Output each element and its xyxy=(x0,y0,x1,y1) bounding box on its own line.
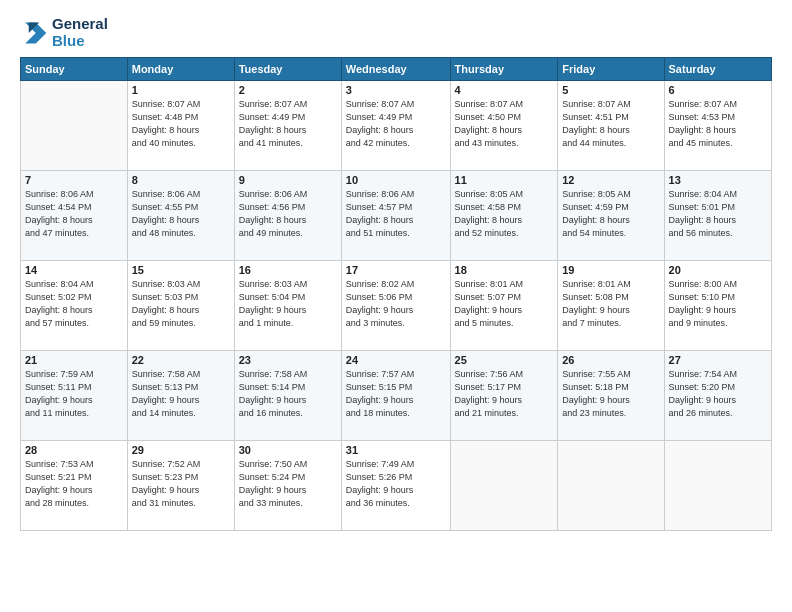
day-info: Sunrise: 8:06 AM Sunset: 4:56 PM Dayligh… xyxy=(239,188,337,240)
day-info: Sunrise: 7:57 AM Sunset: 5:15 PM Dayligh… xyxy=(346,368,446,420)
calendar-header-row: SundayMondayTuesdayWednesdayThursdayFrid… xyxy=(21,58,772,81)
day-number: 14 xyxy=(25,264,123,276)
calendar-day-cell xyxy=(664,441,771,531)
calendar-day-cell: 31Sunrise: 7:49 AM Sunset: 5:26 PM Dayli… xyxy=(341,441,450,531)
calendar-day-cell: 23Sunrise: 7:58 AM Sunset: 5:14 PM Dayli… xyxy=(234,351,341,441)
calendar-day-cell: 4Sunrise: 8:07 AM Sunset: 4:50 PM Daylig… xyxy=(450,81,558,171)
day-info: Sunrise: 8:01 AM Sunset: 5:07 PM Dayligh… xyxy=(455,278,554,330)
day-info: Sunrise: 7:49 AM Sunset: 5:26 PM Dayligh… xyxy=(346,458,446,510)
day-number: 29 xyxy=(132,444,230,456)
day-number: 27 xyxy=(669,354,767,366)
day-info: Sunrise: 8:04 AM Sunset: 5:02 PM Dayligh… xyxy=(25,278,123,330)
day-number: 31 xyxy=(346,444,446,456)
calendar-day-cell: 14Sunrise: 8:04 AM Sunset: 5:02 PM Dayli… xyxy=(21,261,128,351)
day-info: Sunrise: 8:01 AM Sunset: 5:08 PM Dayligh… xyxy=(562,278,659,330)
calendar-day-cell: 26Sunrise: 7:55 AM Sunset: 5:18 PM Dayli… xyxy=(558,351,664,441)
day-info: Sunrise: 8:07 AM Sunset: 4:49 PM Dayligh… xyxy=(346,98,446,150)
calendar-table: SundayMondayTuesdayWednesdayThursdayFrid… xyxy=(20,57,772,531)
calendar-day-cell: 29Sunrise: 7:52 AM Sunset: 5:23 PM Dayli… xyxy=(127,441,234,531)
day-number: 8 xyxy=(132,174,230,186)
day-number: 17 xyxy=(346,264,446,276)
page: General Blue SundayMondayTuesdayWednesda… xyxy=(0,0,792,612)
day-number: 18 xyxy=(455,264,554,276)
day-number: 28 xyxy=(25,444,123,456)
weekday-header: Monday xyxy=(127,58,234,81)
calendar-day-cell: 25Sunrise: 7:56 AM Sunset: 5:17 PM Dayli… xyxy=(450,351,558,441)
day-info: Sunrise: 8:06 AM Sunset: 4:54 PM Dayligh… xyxy=(25,188,123,240)
day-number: 23 xyxy=(239,354,337,366)
calendar-day-cell: 30Sunrise: 7:50 AM Sunset: 5:24 PM Dayli… xyxy=(234,441,341,531)
day-info: Sunrise: 8:07 AM Sunset: 4:53 PM Dayligh… xyxy=(669,98,767,150)
calendar-day-cell: 10Sunrise: 8:06 AM Sunset: 4:57 PM Dayli… xyxy=(341,171,450,261)
day-number: 2 xyxy=(239,84,337,96)
calendar-day-cell: 3Sunrise: 8:07 AM Sunset: 4:49 PM Daylig… xyxy=(341,81,450,171)
logo-icon xyxy=(20,19,48,47)
day-info: Sunrise: 7:58 AM Sunset: 5:14 PM Dayligh… xyxy=(239,368,337,420)
day-info: Sunrise: 8:07 AM Sunset: 4:49 PM Dayligh… xyxy=(239,98,337,150)
weekday-header: Tuesday xyxy=(234,58,341,81)
day-info: Sunrise: 8:07 AM Sunset: 4:51 PM Dayligh… xyxy=(562,98,659,150)
calendar-day-cell: 22Sunrise: 7:58 AM Sunset: 5:13 PM Dayli… xyxy=(127,351,234,441)
day-info: Sunrise: 7:58 AM Sunset: 5:13 PM Dayligh… xyxy=(132,368,230,420)
day-info: Sunrise: 8:00 AM Sunset: 5:10 PM Dayligh… xyxy=(669,278,767,330)
calendar-day-cell: 19Sunrise: 8:01 AM Sunset: 5:08 PM Dayli… xyxy=(558,261,664,351)
weekday-header: Thursday xyxy=(450,58,558,81)
day-info: Sunrise: 7:59 AM Sunset: 5:11 PM Dayligh… xyxy=(25,368,123,420)
day-number: 22 xyxy=(132,354,230,366)
calendar-day-cell: 9Sunrise: 8:06 AM Sunset: 4:56 PM Daylig… xyxy=(234,171,341,261)
calendar-day-cell: 12Sunrise: 8:05 AM Sunset: 4:59 PM Dayli… xyxy=(558,171,664,261)
calendar-day-cell xyxy=(21,81,128,171)
day-info: Sunrise: 7:54 AM Sunset: 5:20 PM Dayligh… xyxy=(669,368,767,420)
day-number: 7 xyxy=(25,174,123,186)
day-info: Sunrise: 8:02 AM Sunset: 5:06 PM Dayligh… xyxy=(346,278,446,330)
day-info: Sunrise: 8:07 AM Sunset: 4:48 PM Dayligh… xyxy=(132,98,230,150)
day-info: Sunrise: 7:56 AM Sunset: 5:17 PM Dayligh… xyxy=(455,368,554,420)
calendar-day-cell: 13Sunrise: 8:04 AM Sunset: 5:01 PM Dayli… xyxy=(664,171,771,261)
day-info: Sunrise: 7:50 AM Sunset: 5:24 PM Dayligh… xyxy=(239,458,337,510)
day-number: 15 xyxy=(132,264,230,276)
calendar-week-row: 7Sunrise: 8:06 AM Sunset: 4:54 PM Daylig… xyxy=(21,171,772,261)
calendar-day-cell: 8Sunrise: 8:06 AM Sunset: 4:55 PM Daylig… xyxy=(127,171,234,261)
calendar-day-cell: 15Sunrise: 8:03 AM Sunset: 5:03 PM Dayli… xyxy=(127,261,234,351)
day-info: Sunrise: 8:04 AM Sunset: 5:01 PM Dayligh… xyxy=(669,188,767,240)
day-number: 13 xyxy=(669,174,767,186)
day-info: Sunrise: 8:03 AM Sunset: 5:03 PM Dayligh… xyxy=(132,278,230,330)
calendar-day-cell: 2Sunrise: 8:07 AM Sunset: 4:49 PM Daylig… xyxy=(234,81,341,171)
day-number: 10 xyxy=(346,174,446,186)
calendar-day-cell xyxy=(558,441,664,531)
day-info: Sunrise: 7:55 AM Sunset: 5:18 PM Dayligh… xyxy=(562,368,659,420)
day-number: 5 xyxy=(562,84,659,96)
calendar-day-cell: 20Sunrise: 8:00 AM Sunset: 5:10 PM Dayli… xyxy=(664,261,771,351)
calendar-week-row: 28Sunrise: 7:53 AM Sunset: 5:21 PM Dayli… xyxy=(21,441,772,531)
logo-text: General Blue xyxy=(52,16,108,49)
day-info: Sunrise: 8:06 AM Sunset: 4:55 PM Dayligh… xyxy=(132,188,230,240)
day-number: 11 xyxy=(455,174,554,186)
day-number: 20 xyxy=(669,264,767,276)
calendar-day-cell: 21Sunrise: 7:59 AM Sunset: 5:11 PM Dayli… xyxy=(21,351,128,441)
day-number: 19 xyxy=(562,264,659,276)
day-number: 4 xyxy=(455,84,554,96)
day-number: 3 xyxy=(346,84,446,96)
day-info: Sunrise: 7:52 AM Sunset: 5:23 PM Dayligh… xyxy=(132,458,230,510)
calendar-day-cell xyxy=(450,441,558,531)
day-number: 30 xyxy=(239,444,337,456)
calendar-day-cell: 28Sunrise: 7:53 AM Sunset: 5:21 PM Dayli… xyxy=(21,441,128,531)
weekday-header: Saturday xyxy=(664,58,771,81)
day-info: Sunrise: 8:03 AM Sunset: 5:04 PM Dayligh… xyxy=(239,278,337,330)
calendar-week-row: 14Sunrise: 8:04 AM Sunset: 5:02 PM Dayli… xyxy=(21,261,772,351)
day-number: 1 xyxy=(132,84,230,96)
calendar-day-cell: 11Sunrise: 8:05 AM Sunset: 4:58 PM Dayli… xyxy=(450,171,558,261)
day-number: 6 xyxy=(669,84,767,96)
day-number: 26 xyxy=(562,354,659,366)
day-number: 25 xyxy=(455,354,554,366)
calendar-day-cell: 7Sunrise: 8:06 AM Sunset: 4:54 PM Daylig… xyxy=(21,171,128,261)
day-info: Sunrise: 8:06 AM Sunset: 4:57 PM Dayligh… xyxy=(346,188,446,240)
weekday-header: Sunday xyxy=(21,58,128,81)
day-number: 16 xyxy=(239,264,337,276)
logo: General Blue xyxy=(20,16,108,49)
calendar-day-cell: 17Sunrise: 8:02 AM Sunset: 5:06 PM Dayli… xyxy=(341,261,450,351)
calendar-day-cell: 6Sunrise: 8:07 AM Sunset: 4:53 PM Daylig… xyxy=(664,81,771,171)
day-info: Sunrise: 7:53 AM Sunset: 5:21 PM Dayligh… xyxy=(25,458,123,510)
calendar-day-cell: 27Sunrise: 7:54 AM Sunset: 5:20 PM Dayli… xyxy=(664,351,771,441)
calendar-week-row: 1Sunrise: 8:07 AM Sunset: 4:48 PM Daylig… xyxy=(21,81,772,171)
